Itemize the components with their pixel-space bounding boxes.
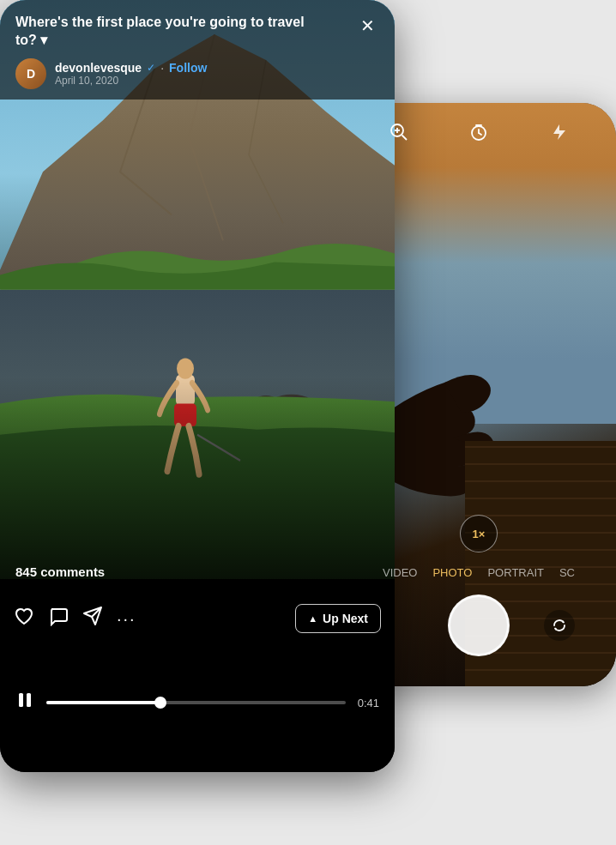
action-icons: ··· [14, 606, 295, 631]
camera-flash-icon[interactable] [545, 118, 572, 146]
like-button[interactable] [14, 606, 34, 631]
camera-shutter-row [383, 595, 575, 656]
camera-zoom-badge[interactable]: 1× [460, 515, 498, 552]
post-date: April 10, 2020 [55, 75, 207, 87]
camera-shutter-button[interactable] [448, 595, 510, 656]
camera-mode-portrait[interactable]: PORTRAIT [487, 566, 544, 579]
post-header: Where's the first place you're going to … [0, 0, 395, 100]
time-display: 0:41 [358, 697, 379, 709]
author-row: D devonlevesque ✓ · Follow April 10, 202… [15, 58, 379, 89]
camera-modes: VIDEO PHOTO PORTRAIT SC [383, 566, 575, 579]
progress-thumb[interactable] [154, 697, 166, 709]
comments-count: 845 comments [15, 564, 105, 579]
svg-rect-18 [27, 693, 31, 707]
camera-magnify-icon[interactable] [385, 118, 413, 146]
camera-timer-icon[interactable] [465, 118, 492, 146]
svg-point-15 [177, 358, 194, 378]
camera-mode-photo[interactable]: PHOTO [432, 566, 472, 579]
comment-button[interactable] [48, 606, 69, 631]
svg-line-6 [479, 133, 481, 135]
post-title: Where's the first place you're going to … [15, 14, 324, 50]
video-overlay [0, 377, 395, 579]
pause-button[interactable] [15, 691, 34, 715]
playback-row: 0:41 [15, 691, 379, 715]
playback-controls: 0:41 [0, 633, 395, 772]
separator: · [160, 61, 164, 75]
author-name: devonlevesque [55, 61, 142, 75]
action-bar: ··· ▲ Up Next [0, 604, 395, 633]
svg-rect-17 [19, 693, 23, 707]
avatar: D [15, 58, 46, 89]
camera-mode-sc[interactable]: SC [559, 566, 575, 579]
chevron-up-icon: ▲ [308, 613, 317, 624]
camera-top-controls [341, 118, 616, 146]
camera-mode-video[interactable]: VIDEO [383, 566, 417, 579]
verified-icon: ✓ [147, 62, 155, 74]
follow-button[interactable]: Follow [169, 61, 207, 75]
share-button[interactable] [82, 606, 103, 631]
instagram-screen: Where's the first place you're going to … [0, 0, 395, 772]
up-next-label: Up Next [323, 612, 368, 625]
svg-line-1 [402, 136, 407, 141]
up-next-button[interactable]: ▲ Up Next [295, 604, 381, 633]
close-button[interactable]: ✕ [355, 14, 379, 38]
camera-flip-button[interactable] [544, 610, 575, 641]
author-info: devonlevesque ✓ · Follow April 10, 2020 [55, 61, 207, 87]
author-name-row: devonlevesque ✓ · Follow [55, 61, 207, 75]
more-button[interactable]: ··· [117, 609, 136, 629]
post-title-row: Where's the first place you're going to … [15, 14, 379, 50]
progress-track[interactable] [46, 701, 346, 704]
progress-fill [46, 701, 160, 704]
